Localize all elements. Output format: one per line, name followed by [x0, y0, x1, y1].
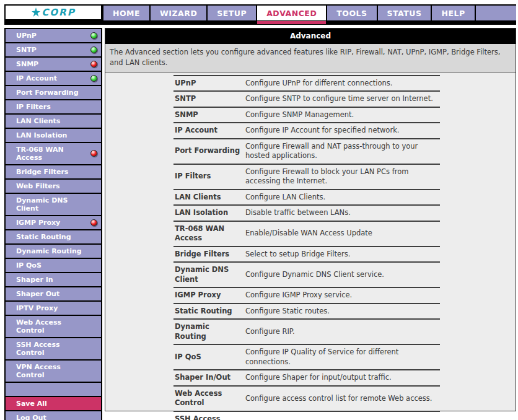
sidebar-item-ip-qos[interactable]: IP QoS	[6, 259, 101, 273]
feature-name: IP Filters	[173, 164, 244, 190]
sidebar-action-save-all[interactable]: Save All	[6, 397, 101, 411]
sidebar-item-label: Shaper In	[16, 276, 53, 284]
feature-row-ip-qos: IP QoSConfigure IP Quality of Service fo…	[173, 344, 440, 370]
sidebar-item-shaper-out[interactable]: Shaper Out	[6, 287, 101, 302]
tab-help[interactable]: HELP	[432, 6, 474, 20]
sidebar-action-label: Log Out	[16, 414, 46, 420]
feature-description: Configure access control list for remote…	[244, 386, 440, 411]
sidebar-action-log-out[interactable]: Log Out	[6, 411, 101, 420]
sidebar-menu: UPnPSNTPSNMPIP AccountPort ForwardingIP …	[4, 28, 102, 420]
status-led-red-icon	[90, 219, 97, 226]
status-led-red-icon	[90, 61, 97, 68]
status-led-green-icon	[90, 46, 97, 53]
feature-row-lan-clients: LAN ClientsConfigure LAN Clients.	[173, 190, 440, 206]
sidebar-item-label: VPN Access Control	[16, 363, 61, 379]
sidebar-item-web-filters[interactable]: Web Filters	[6, 180, 101, 194]
feature-name: UPnP	[173, 76, 244, 92]
feature-row-lan-isolation: LAN IsolationDisable traffic between LAN…	[173, 205, 440, 221]
feature-name: SSH Access Control	[173, 411, 244, 420]
sidebar-item-port-forwarding[interactable]: Port Forwarding	[6, 86, 101, 100]
sidebar-item-dynamic-dns-client[interactable]: Dynamic DNS Client	[6, 194, 101, 216]
nav-filler	[476, 6, 516, 20]
sidebar-item-ssh-access-control[interactable]: SSH Access Control	[6, 338, 101, 361]
feature-row-port-forwarding: Port ForwardingConfigure Firewall and NA…	[173, 139, 440, 164]
sidebar-item-iptv-proxy[interactable]: IPTV Proxy	[6, 302, 101, 316]
sidebar-item-label: TR-068 WAN Access	[16, 146, 64, 162]
tab-wizard[interactable]: WIZARD	[151, 6, 206, 20]
tab-home[interactable]: HOME	[103, 6, 149, 20]
sidebar-item-igmp-proxy[interactable]: IGMP Proxy	[6, 216, 101, 230]
sidebar-item-label: LAN Isolation	[16, 131, 67, 139]
feature-name: LAN Isolation	[173, 205, 244, 221]
section-description: The Advanced section lets you configure …	[105, 44, 516, 73]
sidebar-item-web-access-control[interactable]: Web Access Control	[6, 316, 101, 338]
sidebar-item-label: SNTP	[16, 46, 37, 54]
sidebar-item-label: Web Filters	[16, 182, 60, 190]
feature-row-web-access-control: Web Access ControlConfigure access contr…	[173, 386, 440, 411]
acorp-star-icon	[31, 7, 41, 17]
feature-row-dynamic-dns-client: Dynamic DNS ClientConfigure Dynamic DNS …	[173, 262, 440, 287]
feature-name: Shaper In/Out	[173, 370, 244, 386]
sidebar-item-snmp[interactable]: SNMP	[6, 58, 101, 72]
brand-logo: CORP	[4, 4, 102, 20]
feature-table: UPnPConfigure UPnP for different connect…	[173, 75, 440, 420]
feature-description: Select to setup Bridge Filters.	[244, 247, 440, 263]
feature-description: Configure IGMP Proxy service.	[244, 287, 440, 304]
sidebar-item-ip-account[interactable]: IP Account	[6, 72, 101, 86]
sidebar-item-bridge-filters[interactable]: Bridge Filters	[6, 165, 101, 180]
feature-row-dynamic-routing: Dynamic RoutingConfigure RIP.	[173, 319, 440, 344]
feature-row-snmp: SNMPConfigure SNMP Management.	[173, 107, 440, 123]
main-panel: Advanced The Advanced section lets you c…	[105, 28, 516, 411]
sidebar-item-sntp[interactable]: SNTP	[6, 43, 101, 58]
feature-row-sntp: SNTPConfigure SNTP to configure time ser…	[173, 91, 440, 107]
tab-status[interactable]: STATUS	[378, 6, 431, 20]
sidebar-item-label: SNMP	[16, 60, 38, 68]
feature-description: Configure UPnP for different connections…	[244, 76, 440, 92]
brand-logo-text: CORP	[31, 7, 75, 17]
feature-name: Web Access Control	[173, 386, 244, 411]
feature-description: Configure IP Quality of Service for diff…	[244, 344, 440, 370]
sidebar-spacer	[6, 383, 101, 397]
sidebar-item-label: Bridge Filters	[16, 168, 68, 176]
feature-row-shaper-in-out: Shaper In/OutConfigure Shaper for input/…	[173, 370, 440, 386]
brand-name: CORP	[42, 8, 75, 17]
feature-description: Configure Dynamic DNS Client service.	[244, 262, 440, 287]
feature-table-body: UPnPConfigure UPnP for different connect…	[173, 76, 440, 420]
sidebar-item-label: SSH Access Control	[16, 341, 60, 357]
feature-name: SNMP	[173, 107, 244, 123]
sidebar-item-lan-isolation[interactable]: LAN Isolation	[6, 129, 101, 143]
sidebar-item-tr-068-wan-access[interactable]: TR-068 WAN Access	[6, 143, 101, 165]
tab-tools[interactable]: TOOLS	[327, 6, 376, 20]
feature-row-igmp-proxy: IGMP ProxyConfigure IGMP Proxy service.	[173, 287, 440, 304]
feature-description: Configure access control list for remote…	[244, 411, 440, 420]
sidebar-item-upnp[interactable]: UPnP	[6, 29, 101, 43]
sidebar-item-ip-filters[interactable]: IP Filters	[6, 100, 101, 115]
feature-name: Port Forwarding	[173, 139, 244, 164]
feature-description: Enable/Disable WAN Access Update	[244, 221, 440, 247]
feature-description: Configure Shaper for input/output traffi…	[244, 370, 440, 386]
sidebar-action-label: Save All	[16, 400, 47, 408]
feature-name: LAN Clients	[173, 190, 244, 206]
sidebar-item-lan-clients[interactable]: LAN Clients	[6, 115, 101, 129]
tab-advanced[interactable]: ADVANCED	[257, 6, 326, 20]
feature-description: Configure SNTP to configure time server …	[244, 91, 440, 107]
sidebar-item-dynamic-routing[interactable]: Dynamic Routing	[6, 245, 101, 259]
feature-row-ip-account: IP AccountConfigure IP Account for speci…	[173, 123, 440, 139]
sidebar-item-vpn-access-control[interactable]: VPN Access Control	[6, 361, 101, 383]
sidebar-item-shaper-in[interactable]: Shaper In	[6, 273, 101, 287]
sidebar-item-static-routing[interactable]: Static Routing	[6, 230, 101, 245]
feature-description: Configure LAN Clients.	[244, 190, 440, 206]
sidebar-item-label: Web Access Control	[16, 318, 61, 335]
header: CORP HOMEWIZARDSETUPADVANCEDTOOLSSTATUSH…	[4, 4, 516, 20]
feature-description: Disable traffic between LANs.	[244, 205, 440, 221]
sidebar-item-label: IGMP Proxy	[16, 219, 60, 227]
sidebar-item-label: Dynamic Routing	[16, 247, 82, 255]
feature-name: IGMP Proxy	[173, 287, 244, 304]
tab-setup[interactable]: SETUP	[208, 6, 256, 20]
feature-row-bridge-filters: Bridge FiltersSelect to setup Bridge Fil…	[173, 247, 440, 263]
sidebar-item-label: Shaper Out	[16, 290, 59, 298]
sidebar-item-label: Static Routing	[16, 233, 71, 241]
feature-name: Static Routing	[173, 304, 244, 320]
feature-name: Dynamic Routing	[173, 319, 244, 344]
feature-description: Configure Firewall to block your LAN PCs…	[244, 164, 440, 190]
